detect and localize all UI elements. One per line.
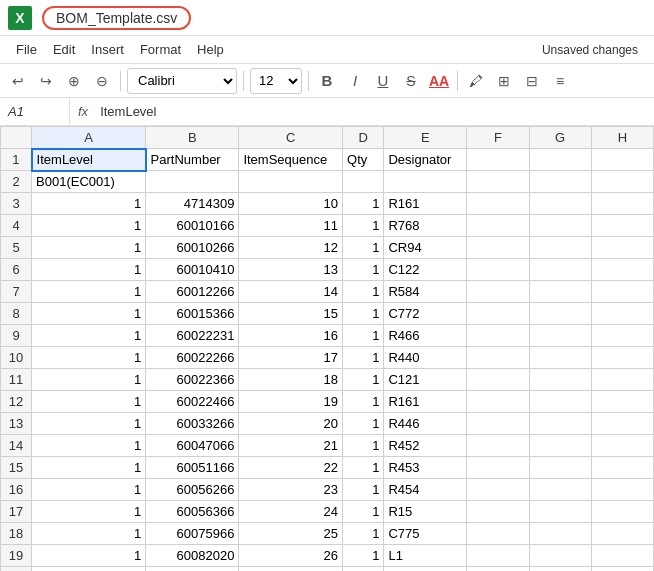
row-header[interactable]: 12 — [1, 391, 32, 413]
table-cell[interactable] — [467, 303, 529, 325]
table-cell[interactable] — [529, 259, 591, 281]
col-header-c[interactable]: C — [239, 127, 343, 149]
table-cell[interactable]: L1 — [384, 545, 467, 567]
table-cell[interactable]: 1 — [32, 347, 146, 369]
table-cell[interactable]: 1 — [32, 325, 146, 347]
table-cell[interactable]: 25 — [239, 523, 343, 545]
table-cell[interactable]: 60082020 — [146, 545, 239, 567]
table-cell[interactable]: 60047066 — [146, 435, 239, 457]
table-cell[interactable] — [467, 413, 529, 435]
table-cell[interactable] — [467, 237, 529, 259]
table-row[interactable]: 11160022366181C121 — [1, 369, 654, 391]
strikethrough-button[interactable]: S — [399, 69, 423, 93]
table-cell[interactable]: R446 — [384, 413, 467, 435]
table-cell[interactable]: 1 — [32, 303, 146, 325]
table-row[interactable]: 19160082020261L1 — [1, 545, 654, 567]
zoom-out-button[interactable] — [90, 69, 114, 93]
table-cell[interactable]: R161 — [384, 193, 467, 215]
table-cell[interactable] — [529, 281, 591, 303]
table-cell[interactable] — [529, 303, 591, 325]
table-cell[interactable] — [467, 435, 529, 457]
table-cell[interactable] — [467, 391, 529, 413]
table-row[interactable]: 314714309101R161 — [1, 193, 654, 215]
table-cell[interactable]: 1 — [343, 413, 384, 435]
col-header-e[interactable]: E — [384, 127, 467, 149]
table-cell[interactable]: 1 — [343, 237, 384, 259]
table-row[interactable]: 16160056266231R454 — [1, 479, 654, 501]
table-cell[interactable] — [467, 193, 529, 215]
table-cell[interactable]: 1 — [343, 545, 384, 567]
table-cell[interactable] — [529, 149, 591, 171]
table-row[interactable]: 2B001(EC001) — [1, 171, 654, 193]
table-cell[interactable]: ItemLevel — [32, 149, 146, 171]
table-cell[interactable]: 60056266 — [146, 479, 239, 501]
table-cell[interactable]: CR94 — [384, 237, 467, 259]
row-header[interactable]: 18 — [1, 523, 32, 545]
table-row[interactable]: 14160047066211R452 — [1, 435, 654, 457]
table-row[interactable]: 10160022266171R440 — [1, 347, 654, 369]
table-row[interactable]: 13160033266201R446 — [1, 413, 654, 435]
table-cell[interactable] — [239, 171, 343, 193]
col-header-f[interactable]: F — [467, 127, 529, 149]
row-header[interactable]: 13 — [1, 413, 32, 435]
table-cell[interactable]: 1 — [343, 347, 384, 369]
table-cell[interactable]: 24 — [239, 501, 343, 523]
table-cell[interactable]: PartNumber — [146, 149, 239, 171]
table-cell[interactable] — [529, 545, 591, 567]
row-header[interactable]: 4 — [1, 215, 32, 237]
table-cell[interactable]: 19 — [239, 391, 343, 413]
row-header[interactable]: 5 — [1, 237, 32, 259]
row-header[interactable]: 17 — [1, 501, 32, 523]
table-cell[interactable] — [591, 259, 653, 281]
table-cell[interactable] — [529, 479, 591, 501]
table-cell[interactable] — [591, 149, 653, 171]
table-cell[interactable] — [467, 567, 529, 572]
table-cell[interactable] — [591, 193, 653, 215]
table-row[interactable]: 7160012266141R584 — [1, 281, 654, 303]
row-header[interactable]: 6 — [1, 259, 32, 281]
table-cell[interactable]: 60056366 — [146, 501, 239, 523]
table-cell[interactable]: Designator — [384, 149, 467, 171]
row-header[interactable]: 11 — [1, 369, 32, 391]
table-row[interactable]: 15160051166221R453 — [1, 457, 654, 479]
table-cell[interactable]: R454 — [384, 479, 467, 501]
table-cell[interactable]: R466 — [384, 325, 467, 347]
row-header[interactable]: 16 — [1, 479, 32, 501]
table-cell[interactable]: Qty — [343, 149, 384, 171]
table-cell[interactable] — [32, 567, 146, 572]
table-cell[interactable]: 1 — [343, 215, 384, 237]
highlight-button[interactable]: 🖍 — [464, 69, 488, 93]
table-cell[interactable] — [591, 347, 653, 369]
table-cell[interactable] — [591, 171, 653, 193]
zoom-in-button[interactable] — [62, 69, 86, 93]
table-cell[interactable]: 1 — [343, 501, 384, 523]
table-cell[interactable]: R161 — [384, 391, 467, 413]
font-color-button[interactable]: A — [427, 69, 451, 93]
menu-file[interactable]: File — [8, 40, 45, 59]
table-row[interactable]: 4160010166111R768 — [1, 215, 654, 237]
table-cell[interactable] — [529, 347, 591, 369]
table-cell[interactable] — [591, 457, 653, 479]
table-cell[interactable] — [529, 215, 591, 237]
table-cell[interactable]: 1 — [32, 479, 146, 501]
table-cell[interactable] — [591, 303, 653, 325]
table-cell[interactable]: 1 — [343, 259, 384, 281]
redo-button[interactable] — [34, 69, 58, 93]
row-header[interactable]: 20 — [1, 567, 32, 572]
underline-button[interactable]: U — [371, 69, 395, 93]
table-cell[interactable]: 22 — [239, 457, 343, 479]
table-cell[interactable] — [146, 171, 239, 193]
table-cell[interactable] — [467, 523, 529, 545]
table-cell[interactable]: 26 — [239, 545, 343, 567]
table-cell[interactable] — [529, 457, 591, 479]
row-header[interactable]: 10 — [1, 347, 32, 369]
table-cell[interactable]: 60022231 — [146, 325, 239, 347]
row-header[interactable]: 1 — [1, 149, 32, 171]
table-cell[interactable] — [529, 325, 591, 347]
table-cell[interactable] — [591, 435, 653, 457]
table-cell[interactable]: 60010166 — [146, 215, 239, 237]
table-cell[interactable] — [239, 567, 343, 572]
row-header[interactable]: 15 — [1, 457, 32, 479]
table-cell[interactable] — [591, 369, 653, 391]
table-cell[interactable]: 60010266 — [146, 237, 239, 259]
